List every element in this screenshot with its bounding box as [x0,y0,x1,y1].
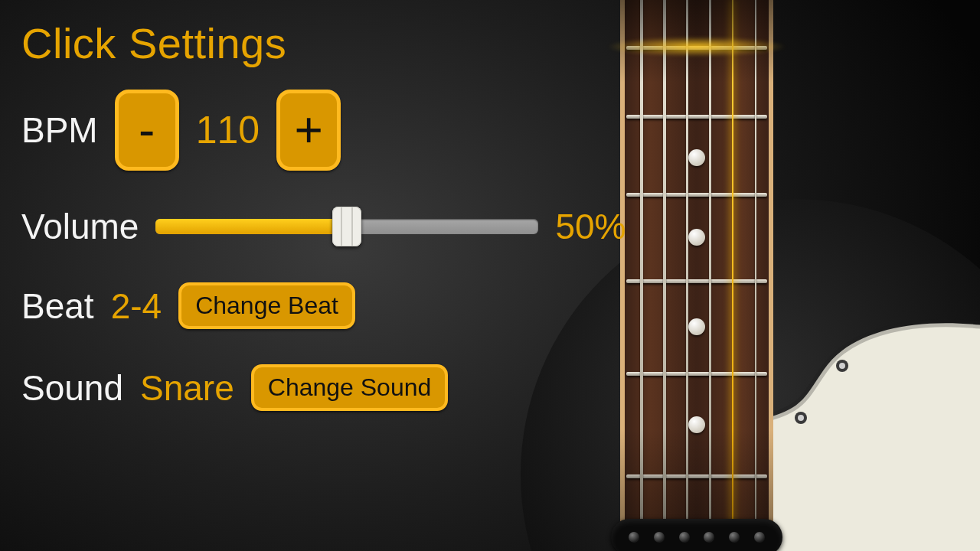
svg-point-3 [798,415,804,421]
beat-label: Beat [21,285,94,327]
panel-title: Click Settings [21,18,658,68]
change-beat-button[interactable]: Change Beat [178,282,355,329]
sound-row: Sound Snare Change Sound [21,364,658,411]
svg-point-4 [836,360,848,372]
volume-row: Volume 50% [21,206,658,247]
bpm-increment-button[interactable]: + [276,90,341,171]
svg-point-1 [692,453,698,459]
bpm-row: BPM - 110 + [21,90,658,171]
beat-row: Beat 2-4 Change Beat [21,282,658,329]
volume-slider-thumb[interactable] [332,207,361,246]
guitar-pickup [611,519,782,551]
bpm-decrement-button[interactable]: - [115,90,179,171]
svg-point-2 [795,412,807,424]
bpm-value: 110 [196,108,260,152]
volume-slider[interactable] [155,219,538,234]
svg-point-0 [689,450,701,462]
sound-label: Sound [21,367,123,409]
volume-value: 50% [555,206,626,247]
bpm-label: BPM [21,109,98,151]
change-sound-button[interactable]: Change Sound [251,364,449,411]
volume-label: Volume [21,206,139,247]
sound-value: Snare [140,367,234,409]
click-settings-panel: Click Settings BPM - 110 + Volume 50% Be… [0,0,674,411]
svg-point-5 [839,363,845,369]
beat-value: 2-4 [111,285,162,327]
